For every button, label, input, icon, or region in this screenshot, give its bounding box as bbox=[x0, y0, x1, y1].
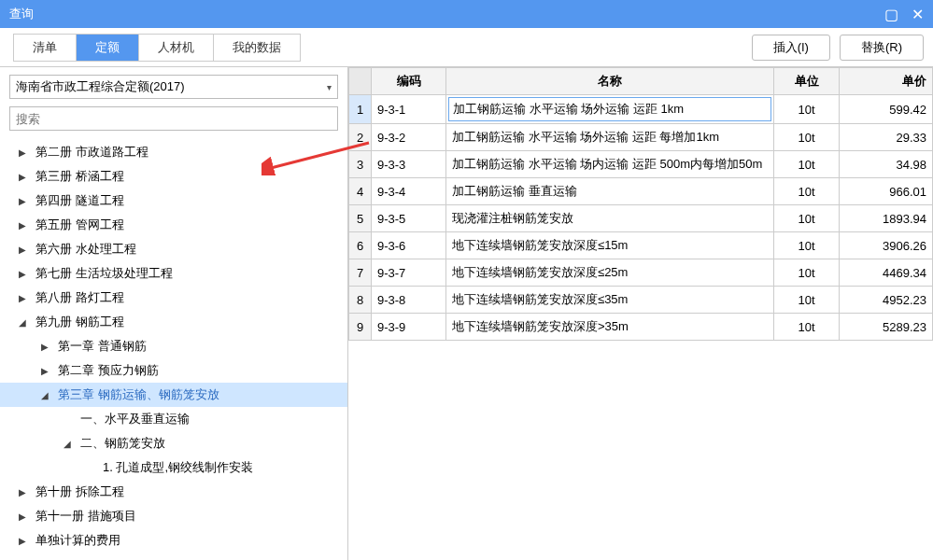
table-row[interactable]: 69-3-6地下连续墙钢筋笼安放深度≤15m10t3906.26 bbox=[349, 232, 933, 259]
cell-unit[interactable]: 10t bbox=[774, 151, 840, 178]
col-header-price[interactable]: 单价 bbox=[840, 68, 933, 95]
tree-item[interactable]: ▶第二章 预应力钢筋 bbox=[0, 358, 347, 383]
cell-code[interactable]: 9-3-8 bbox=[372, 287, 446, 314]
col-header-unit[interactable]: 单位 bbox=[774, 68, 840, 95]
tree-item[interactable]: ◢第三章 钢筋运输、钢筋笼安放 bbox=[0, 383, 347, 407]
cell-price[interactable]: 1893.94 bbox=[840, 205, 933, 232]
expand-icon[interactable]: ▶ bbox=[19, 196, 30, 206]
tree-item-label: 第九册 钢筋工程 bbox=[35, 314, 124, 330]
cell-unit[interactable]: 10t bbox=[774, 259, 840, 287]
cell-code[interactable]: 9-3-3 bbox=[372, 151, 446, 178]
left-panel: 海南省市政工程综合定额(2017) ▾ ▶第二册 市政道路工程▶第三册 桥涵工程… bbox=[0, 67, 348, 560]
replace-button[interactable]: 替换(R) bbox=[840, 35, 924, 61]
insert-button[interactable]: 插入(I) bbox=[752, 35, 830, 61]
cell-name[interactable]: 地下连续墙钢筋笼安放深度≤25m bbox=[446, 259, 774, 287]
collapse-icon[interactable]: ◢ bbox=[64, 439, 75, 449]
tree-item-label: 第八册 路灯工程 bbox=[35, 289, 124, 306]
table-row[interactable]: 79-3-7地下连续墙钢筋笼安放深度≤25m10t4469.34 bbox=[349, 259, 933, 287]
cell-code[interactable]: 9-3-2 bbox=[372, 124, 446, 151]
table-row[interactable]: 39-3-3加工钢筋运输 水平运输 场内运输 运距 500m内每增加50m10t… bbox=[349, 151, 933, 178]
cell-price[interactable]: 29.33 bbox=[840, 124, 933, 151]
tab-0[interactable]: 清单 bbox=[14, 35, 77, 61]
tab-2[interactable]: 人材机 bbox=[139, 35, 214, 61]
table-row[interactable]: 59-3-5现浇灌注桩钢筋笼安放10t1893.94 bbox=[349, 205, 933, 232]
cell-price[interactable]: 966.01 bbox=[840, 178, 933, 205]
tree-item[interactable]: ▶第十册 拆除工程 bbox=[0, 480, 347, 504]
row-number: 5 bbox=[349, 205, 372, 232]
cell-unit[interactable]: 10t bbox=[774, 205, 840, 232]
tree-item[interactable]: ▶第一章 普通钢筋 bbox=[0, 334, 347, 358]
table-row[interactable]: 29-3-2加工钢筋运输 水平运输 场外运输 运距 每增加1km10t29.33 bbox=[349, 124, 933, 151]
table-row[interactable]: 19-3-1加工钢筋运输 水平运输 场外运输 运距 1km10t599.42 bbox=[349, 95, 933, 124]
minimize-icon[interactable]: ▢ bbox=[884, 6, 898, 23]
cell-code[interactable]: 9-3-6 bbox=[372, 232, 446, 259]
cell-unit[interactable]: 10t bbox=[774, 178, 840, 205]
expand-icon[interactable]: ▶ bbox=[19, 245, 30, 255]
tree-item[interactable]: ◢第九册 钢筋工程 bbox=[0, 310, 347, 334]
cell-name[interactable]: 地下连续墙钢筋笼安放深度≤15m bbox=[446, 232, 774, 259]
tree-item[interactable]: ▶第七册 生活垃圾处理工程 bbox=[0, 261, 347, 286]
cell-unit[interactable]: 10t bbox=[774, 124, 840, 151]
cell-name[interactable]: 现浇灌注桩钢筋笼安放 bbox=[446, 205, 774, 232]
row-number: 2 bbox=[349, 124, 372, 151]
expand-icon[interactable]: ▶ bbox=[19, 269, 30, 279]
tree-item[interactable]: 一、水平及垂直运输 bbox=[0, 407, 347, 431]
cell-name[interactable]: 地下连续墙钢筋笼安放深度>35m bbox=[446, 314, 774, 341]
cell-price[interactable]: 3906.26 bbox=[840, 232, 933, 259]
quota-selector[interactable]: 海南省市政工程综合定额(2017) ▾ bbox=[9, 75, 338, 99]
cell-unit[interactable]: 10t bbox=[774, 95, 840, 124]
cell-name[interactable]: 加工钢筋运输 水平运输 场内运输 运距 500m内每增加50m bbox=[446, 151, 774, 178]
expand-icon[interactable]: ▶ bbox=[19, 511, 30, 522]
expand-icon[interactable]: ▶ bbox=[41, 366, 52, 376]
cell-code[interactable]: 9-3-9 bbox=[372, 314, 446, 341]
cell-unit[interactable]: 10t bbox=[774, 232, 840, 259]
expand-icon[interactable]: ▶ bbox=[19, 220, 30, 231]
cell-price[interactable]: 4469.34 bbox=[840, 259, 933, 287]
tab-3[interactable]: 我的数据 bbox=[214, 35, 300, 61]
collapse-icon[interactable]: ◢ bbox=[19, 317, 30, 328]
tree-item[interactable]: ◢二、钢筋笼安放 bbox=[0, 431, 347, 455]
tree-item[interactable]: ▶第五册 管网工程 bbox=[0, 213, 347, 237]
cell-unit[interactable]: 10t bbox=[774, 314, 840, 341]
cell-name[interactable]: 加工钢筋运输 水平运输 场外运输 运距 1km bbox=[446, 95, 774, 124]
table-row[interactable]: 49-3-4加工钢筋运输 垂直运输10t966.01 bbox=[349, 178, 933, 205]
tree-item[interactable]: ▶第三册 桥涵工程 bbox=[0, 164, 347, 189]
table-row[interactable]: 99-3-9地下连续墙钢筋笼安放深度>35m10t5289.23 bbox=[349, 314, 933, 341]
row-number: 6 bbox=[349, 232, 372, 259]
cell-price[interactable]: 4952.23 bbox=[840, 287, 933, 314]
cell-name[interactable]: 地下连续墙钢筋笼安放深度≤35m bbox=[446, 287, 774, 314]
col-header-name[interactable]: 名称 bbox=[446, 68, 774, 95]
tree-item[interactable]: ▶第四册 隧道工程 bbox=[0, 189, 347, 213]
expand-icon[interactable]: ▶ bbox=[19, 293, 30, 303]
table-row[interactable]: 89-3-8地下连续墙钢筋笼安放深度≤35m10t4952.23 bbox=[349, 287, 933, 314]
cell-price[interactable]: 34.98 bbox=[840, 151, 933, 178]
col-header-code[interactable]: 编码 bbox=[372, 68, 446, 95]
tree-item-label: 第三册 桥涵工程 bbox=[35, 168, 124, 185]
search-input[interactable] bbox=[9, 106, 338, 131]
cell-code[interactable]: 9-3-5 bbox=[372, 205, 446, 232]
close-icon[interactable]: ✕ bbox=[912, 6, 924, 23]
chevron-down-icon: ▾ bbox=[327, 82, 332, 92]
tree-item[interactable]: ▶单独计算的费用 bbox=[0, 528, 347, 553]
expand-icon[interactable]: ▶ bbox=[19, 172, 30, 182]
cell-name[interactable]: 加工钢筋运输 水平运输 场外运输 运距 每增加1km bbox=[446, 124, 774, 151]
tab-1[interactable]: 定额 bbox=[77, 35, 139, 61]
cell-code[interactable]: 9-3-1 bbox=[372, 95, 446, 124]
tree-item[interactable]: ▶第八册 路灯工程 bbox=[0, 286, 347, 310]
expand-icon[interactable]: ▶ bbox=[19, 147, 30, 158]
cell-code[interactable]: 9-3-4 bbox=[372, 178, 446, 205]
tree-item[interactable]: ▶第二册 市政道路工程 bbox=[0, 140, 347, 164]
expand-icon[interactable]: ▶ bbox=[41, 342, 52, 352]
tree-item[interactable]: ▶第六册 水处理工程 bbox=[0, 237, 347, 261]
cell-price[interactable]: 599.42 bbox=[840, 95, 933, 124]
cell-code[interactable]: 9-3-7 bbox=[372, 259, 446, 287]
expand-icon[interactable]: ▶ bbox=[19, 536, 30, 546]
cell-unit[interactable]: 10t bbox=[774, 287, 840, 314]
toolbar: 清单定额人材机我的数据 插入(I) 替换(R) bbox=[0, 28, 933, 67]
cell-price[interactable]: 5289.23 bbox=[840, 314, 933, 341]
expand-icon[interactable]: ▶ bbox=[19, 487, 30, 497]
collapse-icon[interactable]: ◢ bbox=[41, 390, 52, 400]
cell-name[interactable]: 加工钢筋运输 垂直运输 bbox=[446, 178, 774, 205]
tree-item[interactable]: ▶第十一册 措施项目 bbox=[0, 504, 347, 528]
tree-item[interactable]: 1. 孔道成型,钢绞线制作安装 bbox=[0, 455, 347, 480]
